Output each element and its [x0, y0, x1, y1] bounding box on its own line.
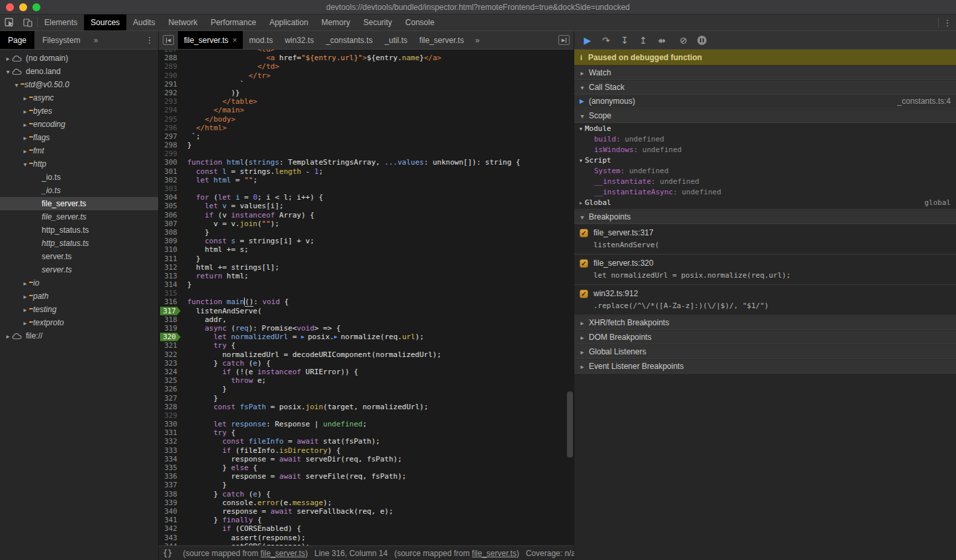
line-number-298[interactable]: 298: [159, 141, 181, 149]
line-number-325[interactable]: 325: [159, 376, 181, 385]
tree-item-std-v0-50-0[interactable]: ▾std@v0.50.0: [0, 78, 158, 91]
expander-icon[interactable]: ▸: [21, 95, 29, 102]
line-number-338[interactable]: 338: [159, 490, 181, 499]
tree-item-server-ts[interactable]: server.ts: [0, 250, 158, 263]
code-editor[interactable]: 287 <td>288 <a href="${entry.url}">${ent…: [159, 50, 574, 545]
line-number-340[interactable]: 340: [159, 507, 181, 516]
tab-memory[interactable]: Memory: [315, 15, 357, 30]
inline-breakpoint-marker-icon[interactable]: ▶: [334, 333, 341, 341]
breakpoint-entry[interactable]: ✓file_server.ts:320let normalizedUrl = p…: [574, 255, 956, 285]
expander-icon[interactable]: ▸: [21, 280, 29, 287]
line-number-336[interactable]: 336: [159, 472, 181, 481]
step-icon[interactable]: ⇻: [654, 33, 670, 48]
tab-console[interactable]: Console: [399, 15, 441, 30]
line-number-316[interactable]: 316: [159, 298, 181, 306]
line-number-327[interactable]: 327: [159, 394, 181, 403]
sidebar-tab-filesystem[interactable]: Filesystem: [34, 31, 88, 49]
step-over-icon[interactable]: ↷: [598, 33, 614, 48]
more-tabs-icon[interactable]: »: [88, 31, 103, 49]
line-number-330[interactable]: 330: [159, 420, 181, 428]
step-out-icon[interactable]: ↥: [635, 33, 651, 48]
editor-tab-util-ts[interactable]: _util.ts: [378, 31, 413, 49]
tab-network[interactable]: Network: [161, 15, 204, 30]
tree-item-async[interactable]: ▸async: [0, 91, 158, 104]
line-number-293[interactable]: 293: [159, 97, 181, 106]
line-number-344[interactable]: 344: [159, 542, 181, 545]
tab-security[interactable]: Security: [357, 15, 398, 30]
editor-tab-file-server-ts[interactable]: file_server.ts: [413, 31, 470, 49]
tree-item-io-ts[interactable]: _io.ts: [0, 171, 158, 184]
line-number-333[interactable]: 333: [159, 446, 181, 455]
expander-icon[interactable]: ▸: [21, 147, 29, 155]
expander-icon[interactable]: ▸: [577, 199, 585, 206]
inline-breakpoint-marker-icon[interactable]: ▶: [301, 333, 308, 341]
tab-elements[interactable]: Elements: [38, 15, 84, 30]
line-number-321[interactable]: 321: [159, 341, 181, 350]
line-number-334[interactable]: 334: [159, 455, 181, 463]
section-header-breakpoints[interactable]: ▾Breakpoints: [574, 210, 956, 224]
line-number-343[interactable]: 343: [159, 534, 181, 542]
section-header-dom-breakpoints[interactable]: ▸DOM Breakpoints: [574, 330, 956, 344]
inspect-element-icon[interactable]: [0, 15, 19, 30]
editor-tab-file-server-ts[interactable]: file_server.ts×: [178, 31, 243, 49]
breakpoint-checkbox[interactable]: ✓: [580, 259, 588, 268]
tree-item-deno-land[interactable]: ▾deno.land: [0, 65, 158, 78]
step-into-icon[interactable]: ↧: [617, 33, 632, 48]
expander-icon[interactable]: ▾: [21, 161, 29, 168]
hide-debugger-sidebar-icon[interactable]: ▶: [558, 35, 570, 45]
scope-group-module[interactable]: ▾Module: [574, 123, 956, 134]
line-number-307[interactable]: 307: [159, 220, 181, 228]
line-number-331[interactable]: 331: [159, 428, 181, 437]
line-number-290[interactable]: 290: [159, 71, 181, 80]
line-number-329[interactable]: 329: [159, 411, 181, 420]
call-stack-frame[interactable]: ▶(anonymous)_constants.ts:4: [574, 95, 956, 108]
expander-icon[interactable]: ▾: [578, 84, 586, 91]
line-number-300[interactable]: 300: [159, 158, 181, 167]
line-number-337[interactable]: 337: [159, 481, 181, 489]
line-number-292[interactable]: 292: [159, 89, 181, 97]
section-header-watch[interactable]: ▸Watch: [574, 65, 956, 80]
line-number-288[interactable]: 288: [159, 54, 181, 62]
expander-icon[interactable]: ▸: [21, 293, 29, 300]
line-number-301[interactable]: 301: [159, 167, 181, 176]
tree-item-file[interactable]: ▸file://: [0, 329, 158, 342]
line-number-303[interactable]: 303: [159, 184, 181, 193]
deactivate-breakpoints-icon[interactable]: ⊘: [675, 33, 691, 48]
expander-icon[interactable]: ▸: [578, 334, 586, 341]
line-number-315[interactable]: 315: [159, 289, 181, 298]
line-number-319[interactable]: 319: [159, 324, 181, 333]
tree-item-file-server-ts[interactable]: file_server.ts: [0, 197, 158, 210]
line-number-318[interactable]: 318: [159, 315, 181, 324]
tree-item-testing[interactable]: ▸testing: [0, 303, 158, 316]
line-number-296[interactable]: 296: [159, 124, 181, 132]
scope-property[interactable]: isWindows: undefined: [574, 144, 956, 155]
line-number-304[interactable]: 304: [159, 193, 181, 202]
line-number-289[interactable]: 289: [159, 62, 181, 71]
vertical-scrollbar[interactable]: [567, 391, 573, 458]
tree-item-io-ts[interactable]: _io.ts: [0, 184, 158, 197]
line-number-305[interactable]: 305: [159, 202, 181, 210]
scope-group-global[interactable]: ▸Globalglobal: [574, 197, 956, 208]
editor-tab-constants-ts[interactable]: _constants.ts: [320, 31, 378, 49]
expander-icon[interactable]: ▸: [21, 121, 29, 128]
scope-property[interactable]: __instantiate: undefined: [574, 176, 956, 186]
tree-item-flags[interactable]: ▸flags: [0, 131, 158, 144]
line-number-322[interactable]: 322: [159, 350, 181, 359]
line-number-332[interactable]: 332: [159, 437, 181, 446]
breakpoint-checkbox[interactable]: ✓: [580, 229, 588, 237]
line-number-339[interactable]: 339: [159, 499, 181, 507]
line-number-299[interactable]: 299: [159, 149, 181, 158]
tree-item-textproto[interactable]: ▸textproto: [0, 316, 158, 329]
kebab-menu-icon[interactable]: ⋮: [939, 15, 956, 30]
expander-icon[interactable]: ▾: [577, 125, 585, 132]
source-mapped-link[interactable]: file_server.ts: [472, 549, 516, 558]
line-number-295[interactable]: 295: [159, 115, 181, 124]
section-header-call-stack[interactable]: ▾Call Stack: [574, 80, 956, 95]
tree-item-bytes[interactable]: ▸bytes: [0, 104, 158, 118]
tree-item-path[interactable]: ▸path: [0, 290, 158, 303]
close-tab-icon[interactable]: ×: [232, 36, 237, 45]
line-number-341[interactable]: 341: [159, 516, 181, 524]
hide-navigator-icon[interactable]: ◀: [163, 35, 174, 45]
editor-tab-win32-ts[interactable]: win32.ts: [279, 31, 320, 49]
line-number-297[interactable]: 297: [159, 132, 181, 141]
